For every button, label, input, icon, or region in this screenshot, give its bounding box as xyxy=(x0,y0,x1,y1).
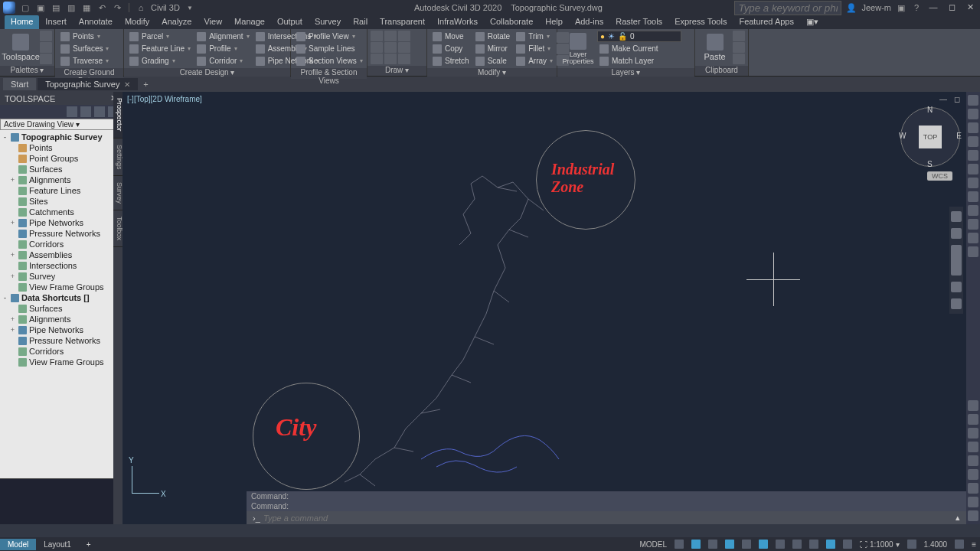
doc-tab-close-icon[interactable]: ✕ xyxy=(124,80,130,89)
viewcube-w[interactable]: W xyxy=(899,132,906,140)
cmd-prompt-icon[interactable]: ›_ xyxy=(250,514,263,523)
layer-properties-button[interactable]: Layer Properties xyxy=(560,32,596,66)
signin-icon[interactable]: 👤 xyxy=(846,2,857,13)
tab-view[interactable]: View xyxy=(198,15,228,29)
tab-help[interactable]: Help xyxy=(539,15,569,29)
featureline-button[interactable]: Feature Line▾ xyxy=(127,43,193,54)
grading-button[interactable]: Grading▾ xyxy=(127,55,193,67)
line-icon[interactable] xyxy=(371,31,383,41)
tree-assemblies[interactable]: +Assemblies xyxy=(0,249,122,260)
tree-view-frame-groups[interactable]: View Frame Groups xyxy=(0,282,122,292)
rotate-button[interactable]: Rotate xyxy=(473,31,512,42)
tree-corridors[interactable]: Corridors xyxy=(0,346,122,357)
panel-draw-title[interactable]: Draw ▾ xyxy=(368,66,426,76)
qat-open-icon[interactable]: ▣ xyxy=(35,2,46,13)
qat-plot-icon[interactable]: ▦ xyxy=(81,2,92,13)
ts-tool-c-icon[interactable] xyxy=(94,106,105,117)
tab-collaborate[interactable]: Collaborate xyxy=(484,15,539,29)
qat-redo-icon[interactable]: ↷ xyxy=(112,2,122,13)
tree-view-frame-groups[interactable]: View Frame Groups xyxy=(0,357,122,367)
tree-pipe-networks[interactable]: +Pipe Networks xyxy=(0,324,122,335)
ts-tool-a-icon[interactable] xyxy=(67,106,77,117)
tab-analyze[interactable]: Analyze xyxy=(155,15,198,29)
copyclip-icon[interactable] xyxy=(733,42,745,53)
corridor-button[interactable]: Corridor▾ xyxy=(194,55,251,67)
tree-surfaces[interactable]: Surfaces xyxy=(0,164,122,174)
sectionviews-button[interactable]: Section Views▾ xyxy=(294,55,365,67)
rt-icon-3[interactable] xyxy=(968,122,978,133)
doc-tab-add-icon[interactable]: + xyxy=(139,80,152,89)
move-button[interactable]: Move xyxy=(430,31,472,42)
points-button[interactable]: Points▾ xyxy=(58,31,111,42)
status-sc-icon[interactable] xyxy=(822,540,839,549)
tree-pressure-networks[interactable]: Pressure Networks xyxy=(0,335,122,346)
tree-corridors[interactable]: Corridors xyxy=(0,239,122,249)
stretch-button[interactable]: Stretch xyxy=(430,55,472,67)
hatch-icon[interactable] xyxy=(398,42,410,53)
viewcube[interactable]: TOP N S E W xyxy=(900,107,960,167)
tab-model-space[interactable]: Model xyxy=(0,539,36,550)
vp-max-icon[interactable]: ◻ xyxy=(952,95,962,104)
tab-survey[interactable]: Survey xyxy=(309,15,347,29)
tab-annotate[interactable]: Annotate xyxy=(73,15,119,29)
copy-button[interactable]: Copy xyxy=(430,43,472,54)
profile-button[interactable]: Profile▾ xyxy=(194,43,251,54)
panel-layers-title[interactable]: Layers ▾ xyxy=(557,68,694,77)
tree-alignments[interactable]: +Alignments xyxy=(0,174,122,185)
rt-icon-9[interactable] xyxy=(968,205,978,216)
viewcube-s[interactable]: S xyxy=(927,160,933,168)
rt-icon-19[interactable] xyxy=(968,483,978,494)
tab-manage[interactable]: Manage xyxy=(228,15,271,29)
tree-surfaces[interactable]: Surfaces xyxy=(0,303,122,314)
doc-tab-active[interactable]: Topographic Survey✕ xyxy=(38,78,138,90)
doc-tab-start[interactable]: Start xyxy=(3,78,36,90)
tree-sites[interactable]: Sites xyxy=(0,196,122,207)
palette-c-icon[interactable] xyxy=(40,54,52,64)
rt-icon-7[interactable] xyxy=(968,178,978,188)
tree-feature-lines[interactable]: Feature Lines xyxy=(0,185,122,196)
tab-insert[interactable]: Insert xyxy=(39,15,73,29)
status-model[interactable]: MODEL xyxy=(635,540,671,549)
palette-b-icon[interactable] xyxy=(40,42,52,53)
status-decimal[interactable]: 1.4000 xyxy=(920,540,952,549)
tab-featured[interactable]: Featured Apps xyxy=(733,15,800,29)
rt-icon-11[interactable] xyxy=(968,233,978,243)
alignment-button[interactable]: Alignment▾ xyxy=(194,31,251,42)
tree-alignments[interactable]: +Alignments xyxy=(0,314,122,324)
arc-icon[interactable] xyxy=(384,31,397,41)
window-restore-icon[interactable]: ◻ xyxy=(945,2,959,13)
tab-addins[interactable]: Add-ins xyxy=(569,15,609,29)
fillet-button[interactable]: Fillet▾ xyxy=(514,43,555,54)
ts-tool-b-icon[interactable] xyxy=(80,106,91,117)
suite-icon[interactable]: ⌂ xyxy=(136,2,146,13)
traverse-button[interactable]: Traverse▾ xyxy=(58,55,111,67)
spline-icon[interactable] xyxy=(398,31,410,41)
tree-points[interactable]: Points xyxy=(0,142,122,153)
window-minimize-icon[interactable]: — xyxy=(926,2,940,13)
toolspace-title-bar[interactable]: TOOLSPACE ✕ xyxy=(0,92,122,105)
tree-survey[interactable]: +Survey xyxy=(0,271,122,282)
polyline-icon[interactable] xyxy=(371,42,383,53)
help-search-input[interactable] xyxy=(734,1,841,15)
scale-button[interactable]: Scale xyxy=(473,55,512,67)
tree-intersections[interactable]: Intersections xyxy=(0,260,122,271)
tree-pipe-networks[interactable]: +Pipe Networks xyxy=(0,217,122,228)
viewcube-e[interactable]: E xyxy=(956,132,962,140)
status-transparency-icon[interactable] xyxy=(805,540,822,549)
tab-overflow-icon[interactable]: ▣▾ xyxy=(800,15,825,29)
viewcube-n[interactable]: N xyxy=(927,106,933,114)
status-gear-icon[interactable] xyxy=(903,540,920,549)
cut-icon[interactable] xyxy=(733,31,745,41)
circle-icon[interactable] xyxy=(371,54,383,64)
tab-express[interactable]: Express Tools xyxy=(668,15,733,29)
rt-icon-13[interactable] xyxy=(968,400,978,411)
tab-output[interactable]: Output xyxy=(271,15,309,29)
status-grid-icon[interactable] xyxy=(671,540,688,549)
model-viewport[interactable]: [-][Top][2D Wireframe] — ◻ ✕ Industrial … xyxy=(122,92,980,524)
panel-design-title[interactable]: Create Design ▾ xyxy=(124,68,290,77)
vp-min-icon[interactable]: — xyxy=(939,95,948,104)
toolspace-view-select[interactable]: Active Drawing View ▾ xyxy=(0,119,122,130)
exchange-icon[interactable]: ▣ xyxy=(896,2,906,13)
status-ortho-icon[interactable] xyxy=(704,540,721,549)
tab-add-layout-icon[interactable]: + xyxy=(79,539,99,550)
